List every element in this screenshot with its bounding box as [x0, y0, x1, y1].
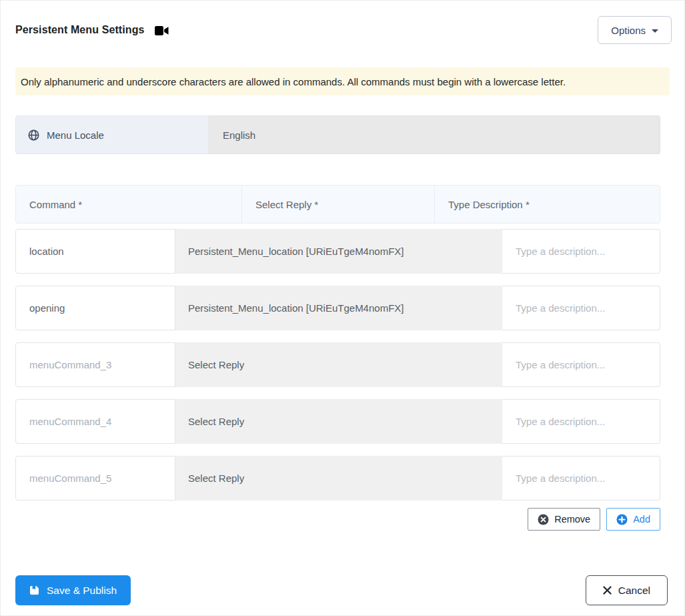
circle-plus-icon [616, 514, 628, 525]
add-button[interactable]: Add [606, 508, 660, 531]
description-input[interactable] [502, 399, 660, 444]
cancel-button-label: Cancel [618, 585, 650, 597]
description-input[interactable] [502, 229, 660, 274]
top-bar: Persistent Menu Settings Options [15, 16, 670, 44]
description-input[interactable] [502, 342, 660, 387]
command-input[interactable] [15, 229, 175, 274]
remove-button-label: Remove [554, 514, 590, 525]
x-icon [603, 586, 612, 595]
caret-down-icon [652, 29, 658, 33]
options-button[interactable]: Options [598, 16, 672, 44]
command-input[interactable] [15, 456, 175, 501]
cancel-button[interactable]: Cancel [586, 575, 668, 605]
command-input[interactable] [15, 342, 175, 387]
column-header-command: Command * [16, 186, 242, 223]
persistent-menu-settings-panel: Persistent Menu Settings Options Only al… [0, 0, 685, 616]
table-row: Persistent_Menu_location [URiEuTgeM4nomF… [15, 229, 660, 274]
globe-icon [28, 129, 39, 141]
table-header: Command * Select Reply * Type Descriptio… [15, 185, 660, 224]
options-button-label: Options [611, 25, 646, 36]
alert-text: Only alphanumeric and underscore charact… [21, 76, 566, 87]
table-row: Select Reply [15, 456, 660, 501]
table-row: Persistent_Menu_location [URiEuTgeM4nomF… [15, 286, 660, 330]
page-title: Persistent Menu Settings [15, 24, 145, 36]
menu-locale-group: Menu Locale English [15, 115, 660, 154]
footer: Save & Publish Cancel [15, 575, 670, 605]
floppy-disk-icon [29, 585, 39, 595]
menu-locale-value[interactable]: English [209, 115, 660, 154]
menu-locale-label-text: Menu Locale [47, 129, 104, 141]
save-publish-button[interactable]: Save & Publish [15, 575, 131, 605]
add-button-label: Add [633, 514, 650, 525]
row-actions: Remove Add [15, 508, 660, 531]
video-camera-icon [155, 26, 169, 35]
reply-select[interactable]: Select Reply [175, 456, 502, 501]
column-header-select-reply: Select Reply * [242, 186, 435, 223]
reply-select[interactable]: Select Reply [175, 399, 502, 444]
table-row: Select Reply [15, 342, 660, 387]
alert-banner: Only alphanumeric and underscore charact… [15, 67, 670, 95]
reply-select[interactable]: Select Reply [175, 342, 502, 387]
title-wrap: Persistent Menu Settings [15, 24, 169, 36]
circle-x-icon [538, 514, 549, 525]
table-rows: Persistent_Menu_location [URiEuTgeM4nomF… [15, 229, 670, 501]
table-row: Select Reply [15, 399, 660, 444]
command-input[interactable] [15, 286, 175, 330]
command-input[interactable] [15, 399, 175, 444]
remove-button[interactable]: Remove [528, 508, 600, 531]
menu-locale-label: Menu Locale [15, 115, 209, 154]
description-input[interactable] [502, 456, 660, 501]
save-button-label: Save & Publish [47, 585, 117, 597]
reply-select[interactable]: Persistent_Menu_location [URiEuTgeM4nomF… [175, 286, 502, 330]
reply-select[interactable]: Persistent_Menu_location [URiEuTgeM4nomF… [175, 229, 502, 274]
column-header-type-description: Type Description * [435, 186, 660, 223]
description-input[interactable] [502, 286, 660, 330]
